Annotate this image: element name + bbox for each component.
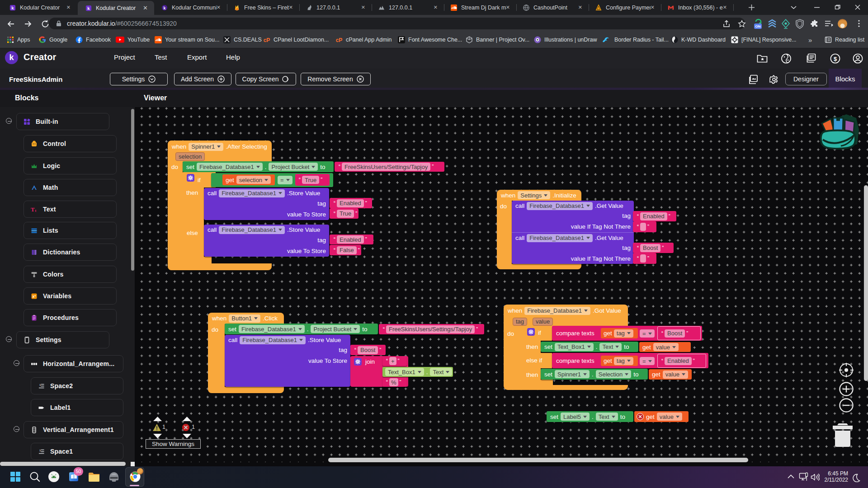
svg-text:k: k <box>11 5 14 10</box>
svg-text:x²: x² <box>33 294 36 299</box>
svg-text:k: k <box>87 5 90 10</box>
svg-text:T: T <box>31 206 35 213</box>
svg-text:ON: ON <box>755 24 761 28</box>
svg-text:1: 1 <box>39 449 41 451</box>
svg-text:t: t <box>35 209 37 213</box>
svg-text:k: k <box>164 5 166 10</box>
svg-text:cP: cP <box>264 37 270 43</box>
svg-text:$: $ <box>834 56 837 62</box>
svg-text:1: 1 <box>39 383 41 386</box>
svg-text:cP: cP <box>336 37 343 43</box>
